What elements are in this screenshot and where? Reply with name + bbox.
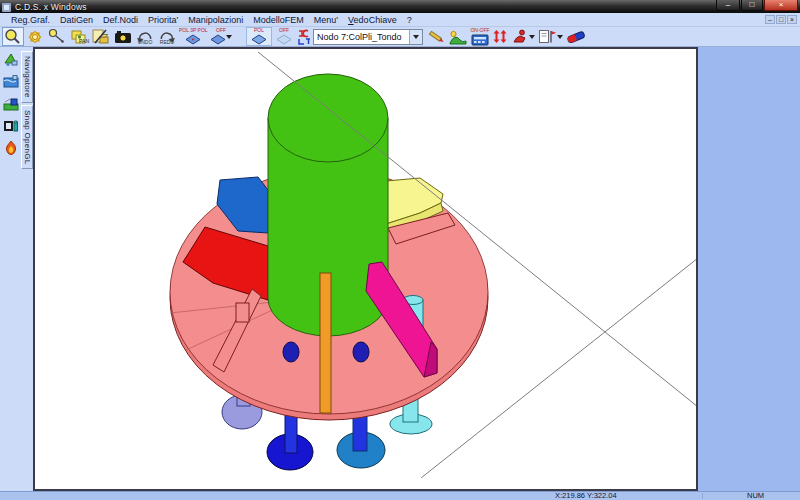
water-icon [3, 74, 19, 90]
camera-button[interactable] [112, 27, 134, 46]
mdi-restore-button[interactable]: □ [776, 15, 786, 24]
brush-tool-button[interactable] [425, 27, 447, 46]
close-icon: × [779, 1, 784, 9]
model-scene [35, 49, 696, 489]
landscape-icon [449, 29, 467, 45]
zoom-pick-button[interactable] [46, 27, 68, 46]
menu-datigen[interactable]: DatiGen [55, 15, 98, 25]
viewport-3d[interactable] [33, 47, 698, 491]
sidebar-toolbox [0, 47, 21, 491]
combo-arrow-button[interactable] [409, 30, 422, 44]
pol-diamond-icon [184, 34, 202, 45]
pan-button[interactable]: PAN [68, 27, 90, 46]
menu-manipolazioni[interactable]: Manipolazioni [183, 15, 248, 25]
pol-3p-label: POL 3P POL [179, 28, 207, 33]
statusbar-divider [702, 493, 703, 499]
mdi-client-area: Navigatore Snap OpenGL [0, 47, 800, 491]
zoom-extents-button[interactable] [24, 27, 46, 46]
eraser-icon [566, 29, 586, 45]
menu-priorita[interactable]: Priorita' [143, 15, 183, 25]
column-view-tool-button[interactable] [1, 115, 21, 137]
worker-icon [511, 29, 528, 44]
node-type-letters-icon [297, 29, 310, 45]
off-label-2: OFF [273, 28, 295, 33]
node-selector[interactable]: Nodo 7:ColPli_Tondo [313, 29, 423, 45]
onoff-calculator-icon [471, 34, 489, 46]
sidebar-tab-strip: Navigatore Snap OpenGL [21, 47, 33, 491]
column-view-icon [3, 118, 19, 134]
left-sidebar: Navigatore Snap OpenGL [0, 47, 33, 491]
numlock-indicator: NUM [747, 492, 764, 500]
material-tool-button[interactable] [1, 93, 21, 115]
undo-button[interactable]: UNDO [134, 27, 156, 46]
brush-tool-icon [427, 29, 445, 45]
node-selector-value: Nodo 7:ColPli_Tondo [314, 32, 409, 42]
edit-3d-button[interactable] [90, 27, 112, 46]
prism-icon [3, 52, 19, 68]
app-window: C.D.S. x Windows – □ × Reg.Graf. DatiGen… [0, 0, 800, 500]
landscape-button[interactable] [447, 27, 469, 46]
zoom-pick-icon [48, 28, 66, 46]
menu-reg-graf[interactable]: Reg.Graf. [6, 15, 55, 25]
onoff-calculator-button[interactable]: ON-OFF [469, 27, 491, 46]
bolt-hole [283, 342, 299, 362]
prism-tool-button[interactable] [1, 49, 21, 71]
edit-3d-icon [92, 28, 110, 46]
title-bar[interactable]: C.D.S. x Windows – □ × [0, 0, 800, 13]
zoom-window-icon [4, 28, 22, 46]
flame-tool-button[interactable] [1, 137, 21, 159]
pol-off-button[interactable]: OFF [208, 27, 234, 46]
onoff-label: ON-OFF [470, 28, 490, 33]
status-bar: X:219.86 Y:322.04 NUM [0, 491, 800, 500]
window-controls: – □ × [715, 0, 798, 11]
window-title: C.D.S. x Windows [15, 2, 87, 12]
water-tool-button[interactable] [1, 71, 21, 93]
cursor-coordinates: X:219.86 Y:322.04 [555, 492, 617, 500]
minimize-button[interactable]: – [716, 0, 740, 11]
menu-vedochiave[interactable]: VedoChiave [343, 15, 402, 25]
mdi-minimize-button[interactable]: – [765, 15, 775, 24]
red-arrows-icon [492, 29, 508, 44]
chevron-down-icon [413, 35, 419, 39]
camera-icon [114, 28, 132, 46]
pol-fill-button[interactable]: POL [246, 27, 272, 46]
tab-snap-opengl[interactable]: Snap OpenGL [21, 105, 33, 169]
toolbar-separator [234, 27, 246, 46]
pol-diamond-icon [250, 34, 268, 45]
flame-icon [3, 140, 19, 156]
dropdown-arrow-icon [529, 35, 535, 39]
pol-3p-button[interactable]: POL 3P POL [178, 27, 208, 46]
zoom-window-button[interactable] [2, 27, 24, 46]
close-button[interactable]: × [764, 0, 798, 11]
dropdown-arrow-icon [557, 35, 563, 39]
column-top [268, 74, 388, 162]
dropdown-arrow-icon [226, 35, 232, 39]
stiffener-orange [320, 273, 331, 413]
eraser-button[interactable] [565, 27, 587, 46]
pol-label: POL [247, 28, 271, 33]
menu-def-nodi[interactable]: Def.Nodi [98, 15, 143, 25]
maximize-button[interactable]: □ [741, 0, 763, 11]
menu-help[interactable]: ? [402, 15, 417, 25]
swap-arrows-button[interactable] [491, 27, 509, 46]
mdi-close-button[interactable]: × [787, 15, 797, 24]
redo-button[interactable]: REDO [156, 27, 178, 46]
node-type-button[interactable] [296, 27, 311, 46]
pan-label: PAN [79, 39, 89, 44]
off-label: OFF [209, 28, 233, 33]
stiffener-salmon-tab [236, 303, 249, 322]
menu-modellofem[interactable]: ModelloFEM [248, 15, 309, 25]
menu-bar: Reg.Graf. DatiGen Def.Nodi Priorita' Man… [0, 13, 800, 27]
bolt-hole [353, 342, 369, 362]
zoom-extents-icon [26, 28, 44, 46]
tab-navigatore[interactable]: Navigatore [21, 51, 33, 103]
pol-off-diamond-icon [209, 34, 225, 45]
worker-button[interactable] [509, 27, 537, 46]
material-icon [3, 96, 19, 112]
menu-menu[interactable]: Menu' [309, 15, 343, 25]
page-flag-icon [538, 29, 556, 44]
maximize-icon: □ [750, 1, 755, 9]
off-button[interactable]: OFF [272, 27, 296, 46]
page-flag-button[interactable] [537, 27, 565, 46]
redo-label: REDO [157, 40, 177, 45]
